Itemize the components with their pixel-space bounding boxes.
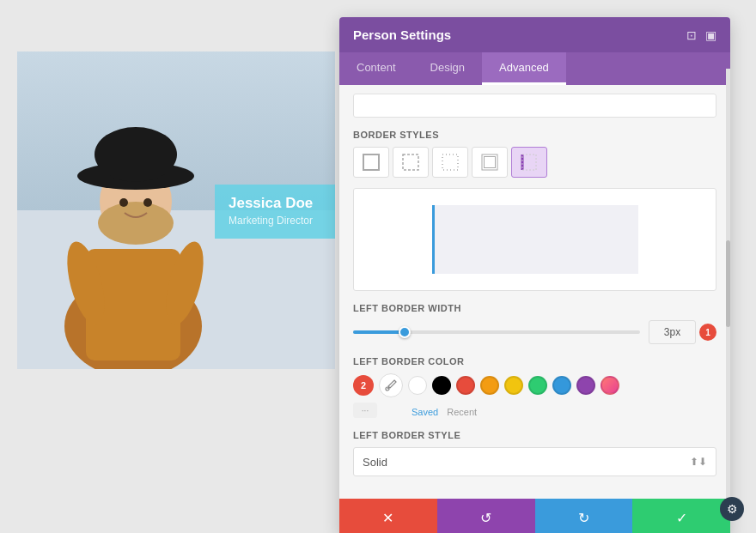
expand-icon[interactable]: ⊡ [686,28,697,42]
svg-point-4 [94,127,177,182]
border-style-outer-dashed[interactable] [393,147,429,178]
slider-row: 1 [353,320,716,344]
border-styles-row [353,147,716,178]
border-style-left-only[interactable] [511,147,547,178]
color-blue[interactable] [552,376,571,395]
color-pink-red[interactable] [601,376,619,395]
color-numbered-badge[interactable]: 2 [353,375,374,396]
left-border-color-section: Left Border Color 2 [353,356,716,418]
eyedropper-button[interactable] [379,373,403,397]
color-yellow[interactable] [504,376,523,395]
svg-point-5 [98,202,174,245]
color-orange[interactable] [480,376,499,395]
more-colors-button[interactable]: ··· [353,403,377,418]
left-border-style-label: Left Border Style [353,430,716,440]
tool-icon[interactable]: ⚙ [720,497,744,521]
color-white[interactable] [408,376,427,395]
border-style-dotted[interactable] [432,147,468,178]
eyedropper-icon [385,379,397,391]
recent-colors-link[interactable]: Recent [447,407,477,417]
preview-area: Jessica Doe Marketing Director [17,51,335,369]
border-style-dropdown[interactable]: Solid ⬆⬇ [353,447,716,476]
slider-value-input[interactable] [649,320,696,344]
svg-rect-12 [442,154,458,170]
scrollbar-thumb [726,240,730,326]
redo-button[interactable]: ↻ [535,499,633,533]
person-name: Jessica Doe [229,195,335,212]
scrollbar[interactable] [726,69,730,499]
svg-rect-16 [522,154,536,170]
svg-rect-11 [403,154,418,170]
tab-content[interactable]: Content [339,52,413,85]
color-purple[interactable] [576,376,595,395]
settings-panel: Person Settings ⊡ ▣ Content Design Advan… [339,17,730,533]
border-preview-box [353,188,716,291]
tab-design[interactable]: Design [413,52,482,85]
saved-colors-link[interactable]: Saved [412,407,438,417]
svg-point-9 [143,198,152,207]
border-preview-inner [432,205,638,274]
cancel-button[interactable]: ✕ [339,499,437,533]
slider-value-box: 1 [649,320,716,344]
person-info-overlay: Jessica Doe Marketing Director [215,185,335,239]
panel-tabs: Content Design Advanced [339,52,730,85]
person-title: Marketing Director [229,215,335,227]
left-border-color-label: Left Border Color [353,356,716,366]
dropdown-arrow-icon: ⬆⬇ [690,456,707,468]
slider-thumb[interactable] [399,326,411,338]
dropdown-value: Solid [363,456,387,469]
panel-content: Border Styles [339,85,730,499]
header-icons: ⊡ ▣ [686,28,716,42]
panel-header: Person Settings ⊡ ▣ [339,17,730,52]
columns-icon[interactable]: ▣ [705,28,716,42]
border-style-double[interactable] [472,147,508,178]
reset-badge[interactable]: 1 [699,324,716,341]
confirm-button[interactable]: ✓ [632,499,730,533]
color-links: Saved Recent [412,407,477,417]
color-red[interactable] [456,376,475,395]
left-border-width-section: Left Border Width 1 [353,303,716,344]
slider-fill [353,330,405,334]
svg-point-8 [119,198,128,207]
color-black[interactable] [432,376,451,395]
border-style-all[interactable] [353,147,389,178]
color-green[interactable] [528,376,547,395]
svg-rect-14 [485,157,496,168]
top-collapsed-bar [353,94,716,118]
action-bar: ✕ ↺ ↻ ✓ [339,499,730,533]
reset-button[interactable]: ↺ [437,499,535,533]
color-row: 2 [353,373,716,397]
panel-title: Person Settings [353,27,451,42]
left-border-style-section: Left Border Style Solid ⬆⬇ [353,430,716,476]
slider-track[interactable] [353,330,640,334]
left-border-width-label: Left Border Width [353,303,716,313]
svg-rect-10 [363,154,379,170]
tab-advanced[interactable]: Advanced [482,52,566,85]
border-styles-label: Border Styles [353,130,716,140]
